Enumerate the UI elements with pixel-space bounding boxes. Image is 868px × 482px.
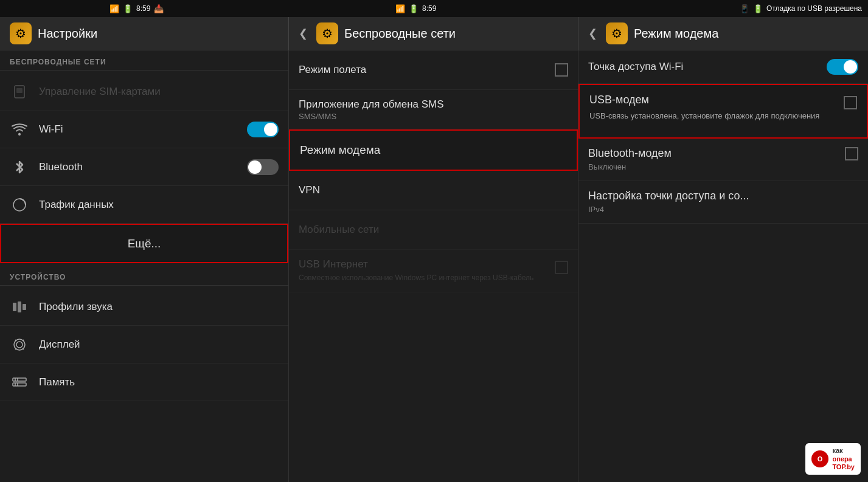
bluetooth-toggle-knob xyxy=(248,160,262,174)
modem-content: Режим модема xyxy=(300,143,567,157)
panel1-titlebar: ⚙ Настройки xyxy=(0,17,289,50)
settings-gear-icon: ⚙ xyxy=(10,22,32,44)
bluetooth-modem-content: Bluetooth-модем Выключен xyxy=(588,147,838,171)
modem-mode-panel: Точка доступа Wi-Fi USB-модем USB-связь … xyxy=(578,50,868,482)
panel3-title: Режим модема xyxy=(634,27,718,41)
usb-internet-checkbox-box xyxy=(555,261,568,274)
airplane-checkbox-box[interactable] xyxy=(555,63,568,77)
panel2-titlebar: ❮ ⚙ Беспроводные сети xyxy=(289,17,578,50)
usb-modem-checkbox[interactable] xyxy=(844,96,857,109)
bluetooth-toggle-switch[interactable] xyxy=(247,159,279,175)
sound-title: Профили звука xyxy=(39,301,279,313)
battery-icon-3: 🔋 xyxy=(753,4,763,13)
title-bars: ⚙ Настройки ❮ ⚙ Беспроводные сети ❮ ⚙ Ре… xyxy=(0,17,868,50)
vpn-title: VPN xyxy=(299,184,568,196)
mobile-title: Мобильные сети xyxy=(299,224,568,236)
bluetooth-modem-item[interactable]: Bluetooth-модем Выключен xyxy=(578,139,868,181)
wifi-ap-item[interactable]: Точка доступа Wi-Fi xyxy=(578,50,868,84)
wifi-toggle-switch[interactable] xyxy=(247,122,279,137)
usb-internet-item: USB Интернет Совместное использование Wi… xyxy=(289,250,578,292)
configure-ap-content: Настройка точки доступа и со... IPv4 xyxy=(588,190,858,214)
modem-gear-icon: ⚙ xyxy=(606,22,628,44)
sms-subtitle: SMS/MMS xyxy=(299,112,568,121)
wifi-item[interactable]: Wi-Fi xyxy=(0,111,288,148)
watermark-text: как опера ТОР.by xyxy=(832,447,855,471)
download-icon: 📥 xyxy=(154,4,164,13)
more-title: Ещё... xyxy=(128,237,161,250)
svg-text:O: O xyxy=(818,455,823,463)
display-item[interactable]: Дисплей xyxy=(0,326,288,363)
usb-modem-subtitle: USB-связь установлена, установите флажок… xyxy=(589,110,836,122)
wifi-toggle[interactable] xyxy=(247,122,279,137)
wifi-ap-toggle-knob xyxy=(844,60,857,74)
memory-item[interactable]: Память xyxy=(0,363,288,401)
wifi-content: Wi-Fi xyxy=(39,123,247,136)
watermark-icon: O xyxy=(811,450,828,467)
data-content: Трафик данных xyxy=(39,199,279,211)
bluetooth-modem-title: Bluetooth-модем xyxy=(588,147,838,160)
display-content: Дисплей xyxy=(39,339,279,351)
configure-ap-item[interactable]: Настройка точки доступа и со... IPv4 xyxy=(578,181,868,224)
device-divider xyxy=(0,285,288,286)
display-title: Дисплей xyxy=(39,339,279,351)
usb-internet-title: USB Интернет xyxy=(299,258,555,270)
sim-content: Управление SIM-картами xyxy=(39,86,279,98)
wireless-gear-icon: ⚙ xyxy=(316,22,338,44)
bluetooth-toggle[interactable] xyxy=(247,159,279,175)
bluetooth-modem-checkbox-box[interactable] xyxy=(845,147,858,160)
data-title: Трафик данных xyxy=(39,199,279,211)
wifi-ap-toggle[interactable] xyxy=(827,59,858,75)
bluetooth-status-icon: 📱 xyxy=(740,4,749,13)
wifi-title: Wi-Fi xyxy=(39,123,247,136)
memory-title: Память xyxy=(39,376,279,388)
svg-rect-4 xyxy=(13,303,16,311)
sound-profiles-item[interactable]: Профили звука xyxy=(0,288,288,326)
memory-content: Память xyxy=(39,376,279,388)
svg-point-2 xyxy=(18,133,21,136)
vpn-item[interactable]: VPN xyxy=(289,171,578,210)
panel1-title: Настройки xyxy=(38,27,97,41)
sms-app-item[interactable]: Приложение для обмена SMS SMS/MMS xyxy=(289,90,578,129)
watermark-line2: опера xyxy=(832,455,855,463)
panel2-title: Беспроводные сети xyxy=(344,27,456,41)
svg-rect-1 xyxy=(16,88,23,93)
vpn-content: VPN xyxy=(299,184,568,196)
data-traffic-item[interactable]: Трафик данных xyxy=(0,186,288,224)
usb-modem-checkbox-box[interactable] xyxy=(844,96,857,109)
main-content: БЕСПРОВОДНЫЕ СЕТИ Управление SIM-картами xyxy=(0,50,868,482)
time-display-1: 8:59 xyxy=(136,4,150,13)
usb-modem-item[interactable]: USB-модем USB-связь установлена, установ… xyxy=(578,84,868,139)
usb-modem-content: USB-модем USB-связь установлена, установ… xyxy=(589,94,836,122)
time-display-2: 8:59 xyxy=(422,4,436,13)
usb-internet-content: USB Интернет Совместное использование Wi… xyxy=(299,258,555,283)
wifi-status-icon-2: 📶 xyxy=(395,4,405,13)
status-bar: 📶 🔋 8:59 📥 📶 🔋 8:59 📱 🔋 Отладка по USB р… xyxy=(0,0,868,17)
airplane-mode-item[interactable]: Режим полета xyxy=(289,50,578,90)
wifi-toggle-knob xyxy=(264,123,277,136)
configure-ap-subtitle: IPv4 xyxy=(588,205,858,214)
sim-management-item: Управление SIM-картами xyxy=(0,73,288,111)
configure-ap-title: Настройка точки доступа и со... xyxy=(588,190,858,202)
panel2-back-arrow[interactable]: ❮ xyxy=(299,27,308,40)
panel3-back-arrow[interactable]: ❮ xyxy=(588,27,597,40)
bluetooth-item[interactable]: Bluetooth xyxy=(0,148,288,186)
watermark-line1: как xyxy=(832,447,855,455)
usb-modem-title: USB-модем xyxy=(589,94,836,106)
mobile-content: Мобильные сети xyxy=(299,224,568,236)
bluetooth-modem-checkbox[interactable] xyxy=(845,147,858,160)
display-icon xyxy=(10,335,29,354)
more-item[interactable]: Ещё... xyxy=(0,224,288,263)
sim-icon xyxy=(10,82,29,102)
airplane-checkbox[interactable] xyxy=(555,63,568,77)
modem-mode-item[interactable]: Режим модема xyxy=(289,129,578,171)
watermark: O как опера ТОР.by xyxy=(805,443,861,475)
svg-rect-6 xyxy=(23,304,26,310)
watermark-line3: ТОР.by xyxy=(832,463,855,471)
mobile-networks-item: Мобильные сети xyxy=(289,210,578,250)
wireless-panel: Режим полета Приложение для обмена SMS S… xyxy=(289,50,578,482)
airplane-title: Режим полета xyxy=(299,64,555,76)
settings-panel: БЕСПРОВОДНЫЕ СЕТИ Управление SIM-картами xyxy=(0,50,289,482)
wifi-ap-title: Точка доступа Wi-Fi xyxy=(588,61,683,73)
more-content: Ещё... xyxy=(11,237,277,250)
sms-content: Приложение для обмена SMS SMS/MMS xyxy=(299,98,568,121)
